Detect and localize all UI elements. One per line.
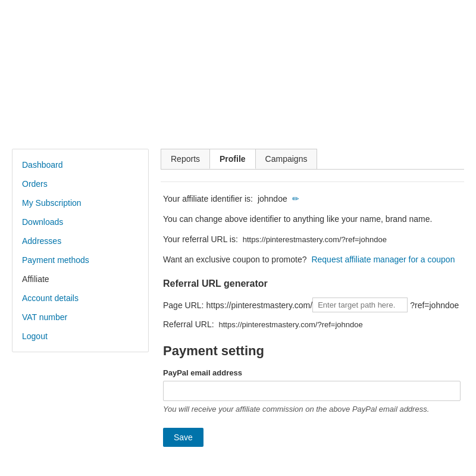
- tab-reports[interactable]: Reports: [161, 149, 210, 169]
- paypal-email-group: PayPal email address You will receive yo…: [163, 368, 462, 414]
- paypal-email-label: PayPal email address: [163, 368, 462, 377]
- target-path-input[interactable]: [312, 298, 408, 312]
- save-button[interactable]: Save: [163, 428, 203, 447]
- sidebar-item-addresses[interactable]: Addresses: [12, 231, 148, 250]
- tab-divider: [161, 181, 464, 182]
- referral-url-label: Your referral URL is:: [163, 234, 238, 244]
- sidebar-item-vat-number[interactable]: VAT number: [12, 308, 148, 327]
- page-url-label: Page URL:: [163, 300, 203, 310]
- sidebar-item-dashboard[interactable]: Dashboard: [12, 155, 148, 174]
- sidebar-item-orders[interactable]: Orders: [12, 174, 148, 193]
- referral-url-value: https://pinterestmastery.com/?ref=johndo…: [243, 235, 387, 244]
- sidebar: Dashboard Orders My Subscription Downloa…: [12, 149, 149, 352]
- referral-url-display-value: https://pinterestmastery.com/?ref=johndo…: [218, 320, 362, 329]
- referral-url-generator: Referral URL generator Page URL: https:/…: [163, 278, 462, 329]
- coupon-link[interactable]: Request affiliate manager for a coupon: [311, 255, 455, 264]
- paypal-email-input[interactable]: [163, 381, 461, 401]
- tab-campaigns[interactable]: Campaigns: [255, 149, 318, 169]
- identifier-value: johndoe: [258, 194, 287, 203]
- paypal-email-hint: You will receive your affiliate commissi…: [163, 405, 462, 414]
- payment-setting: Payment setting PayPal email address You…: [163, 343, 462, 447]
- page-url-row: Page URL: https://pinterestmastery.com/ …: [163, 298, 462, 312]
- sidebar-item-logout[interactable]: Logout: [12, 327, 148, 346]
- tab-profile[interactable]: Profile: [209, 149, 256, 169]
- change-notice: You can change above identifier to anyth…: [163, 214, 462, 224]
- payment-title: Payment setting: [163, 343, 462, 359]
- identifier-label: Your affiliate identifier is:: [163, 194, 253, 203]
- sidebar-item-downloads[interactable]: Downloads: [12, 212, 148, 231]
- referral-url-display-row: Referral URL: https://pinterestmastery.c…: [163, 320, 462, 329]
- coupon-row: Want an exclusive coupon to promote? Req…: [163, 255, 462, 264]
- sidebar-item-payment-methods[interactable]: Payment methods: [12, 250, 148, 270]
- identifier-row: Your affiliate identifier is: johndoe ✏: [163, 194, 462, 203]
- referral-url-row: Your referral URL is: https://pinterestm…: [163, 234, 462, 244]
- referral-url-display-label: Referral URL:: [163, 320, 214, 329]
- main-content: Reports Profile Campaigns Your affiliate…: [161, 149, 464, 447]
- sidebar-item-affiliate: Affiliate: [12, 270, 148, 289]
- page-url-base: https://pinterestmastery.com/: [206, 300, 312, 310]
- edit-identifier-icon[interactable]: ✏: [292, 194, 299, 203]
- sidebar-item-my-subscription[interactable]: My Subscription: [12, 193, 148, 212]
- tab-bar: Reports Profile Campaigns: [161, 149, 464, 170]
- generator-title: Referral URL generator: [163, 278, 462, 289]
- profile-content: Your affiliate identifier is: johndoe ✏ …: [161, 194, 464, 447]
- sidebar-item-account-details[interactable]: Account details: [12, 289, 148, 308]
- ref-suffix: ?ref=johndoe: [410, 300, 459, 310]
- coupon-text: Want an exclusive coupon to promote?: [163, 255, 307, 264]
